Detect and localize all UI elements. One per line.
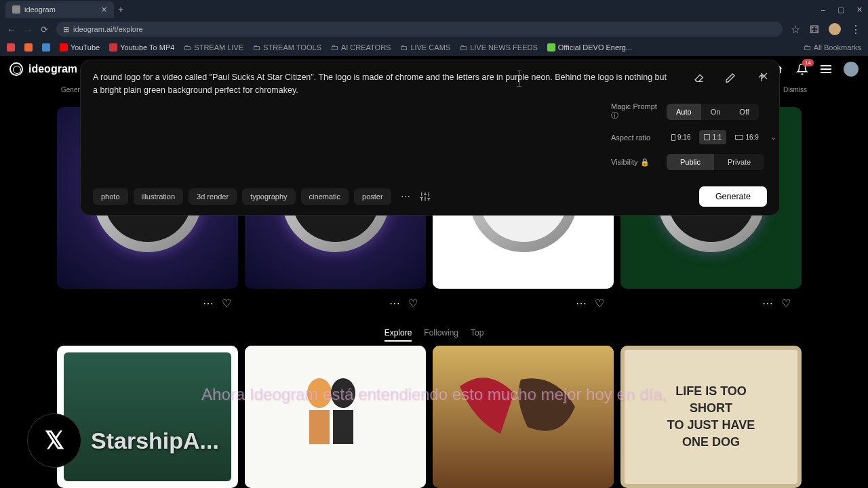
logo-icon[interactable] (9, 62, 23, 76)
close-panel-icon[interactable]: ✕ (760, 70, 768, 83)
forward-button[interactable]: → (24, 24, 33, 35)
close-window-button[interactable]: ✕ (856, 5, 863, 14)
aspect-ratio-label: Aspect ratio (611, 134, 660, 142)
bookmark-item[interactable] (24, 43, 33, 52)
bookmark-folder[interactable]: 🗀 STREAM TOOLS (253, 43, 321, 52)
extensions-icon[interactable]: ⚃ (810, 23, 819, 36)
bookmark-folder[interactable]: 🗀 LIVE CAMS (400, 43, 450, 52)
feed-tabs: Explore Following Top (0, 328, 868, 342)
style-tag[interactable]: 3d render (189, 188, 237, 205)
bookmark-star-icon[interactable]: ☆ (791, 23, 800, 36)
notification-badge: 14 (802, 59, 814, 66)
bookmark-folder[interactable]: 🗀 STREAM LIVE (184, 43, 243, 52)
svg-rect-4 (333, 410, 353, 444)
bookmarks-bar: YouTube Youtube To MP4 🗀 STREAM LIVE 🗀 S… (0, 39, 868, 56)
user-avatar[interactable] (844, 62, 859, 77)
generation-settings: Magic Prompt ⓘ Auto On Off Aspect ratio … (611, 102, 779, 170)
maximize-button[interactable]: ▢ (837, 5, 844, 14)
style-tag[interactable]: photo (93, 188, 128, 205)
bookmark-item[interactable]: YouTube (60, 43, 100, 52)
visibility-private[interactable]: Private (714, 154, 764, 170)
style-tag[interactable]: poster (354, 188, 391, 205)
url-text: ideogram.ai/t/explore (73, 25, 143, 33)
visibility-label: Visibility 🔒 (611, 158, 660, 167)
aspect-more-icon[interactable]: ⌄ (768, 133, 779, 142)
edit-icon[interactable] (725, 73, 736, 83)
magic-prompt-on[interactable]: On (701, 104, 730, 120)
new-tab-button[interactable]: + (118, 4, 123, 15)
card-actions-row: ⋯♡ ⋯♡ ⋯♡ ⋯♡ (57, 297, 803, 310)
dismiss-link[interactable]: Dismiss (783, 86, 807, 94)
profile-avatar[interactable] (829, 23, 841, 35)
tab-explore[interactable]: Explore (384, 328, 412, 342)
tab-title: ideogram (24, 5, 56, 14)
tab-following[interactable]: Following (424, 328, 458, 342)
style-tag[interactable]: typography (242, 188, 295, 205)
aspect-16-9[interactable]: 16:9 (730, 130, 763, 144)
prompt-panel: ✕ A round logo for a video called "Paul … (80, 60, 780, 216)
bookmark-item[interactable] (42, 43, 50, 52)
magic-prompt-auto[interactable]: Auto (667, 104, 701, 120)
visibility-toggle: Public Private (667, 154, 764, 170)
magic-prompt-label: Magic Prompt ⓘ (611, 102, 660, 121)
style-tags-row: photo illustration 3d render typography … (93, 186, 767, 207)
prompt-textarea[interactable]: A round logo for a video called "Paul Su… (93, 71, 680, 97)
reload-button[interactable]: ⟳ (41, 24, 48, 35)
window-controls: – ▢ ✕ (821, 5, 863, 14)
like-icon[interactable]: ♡ (222, 297, 231, 310)
address-bar: ← → ⟳ ⊞ ideogram.ai/t/explore ☆ ⚃ ⋮ (0, 19, 868, 39)
like-icon[interactable]: ♡ (595, 297, 604, 310)
svg-point-1 (307, 378, 332, 408)
tab-close-icon[interactable]: ✕ (101, 5, 107, 14)
generate-button[interactable]: Generate (699, 186, 767, 207)
bookmark-item[interactable]: Official DEVO Energ... (547, 43, 632, 52)
more-tags-icon[interactable]: ⋯ (397, 191, 414, 202)
watermark: 𝕏 StarshipA... (27, 413, 219, 468)
svg-rect-3 (309, 410, 330, 444)
explore-card[interactable] (245, 346, 426, 488)
aspect-ratio-selector: 9:16 1:1 16:9 ⌄ (667, 130, 779, 144)
magic-prompt-toggle: Auto On Off (667, 104, 759, 120)
bookmark-item[interactable]: Youtube To MP4 (109, 43, 174, 52)
eraser-icon[interactable] (694, 73, 705, 83)
style-tag[interactable]: illustration (134, 188, 184, 205)
style-tag[interactable]: cinematic (301, 188, 349, 205)
watermark-icon: 𝕏 (27, 413, 81, 468)
card-menu-icon[interactable]: ⋯ (389, 297, 400, 310)
aspect-9-16[interactable]: 9:16 (667, 130, 695, 144)
bookmark-folder[interactable]: 🗀 LIVE NEWS FEEDS (460, 43, 538, 52)
like-icon[interactable]: ♡ (781, 297, 791, 310)
visibility-public[interactable]: Public (667, 154, 714, 170)
tune-icon[interactable] (420, 191, 431, 202)
explore-card[interactable]: LIFE IS TOO SHORT TO JUST HAVE ONE DOG (620, 346, 802, 488)
notifications-icon[interactable]: 14 (796, 63, 808, 75)
menu-icon[interactable] (821, 65, 831, 73)
minimize-button[interactable]: – (821, 5, 825, 14)
like-icon[interactable]: ♡ (408, 297, 418, 310)
logo-text[interactable]: ideogram (28, 63, 77, 75)
card-menu-icon[interactable]: ⋯ (576, 297, 587, 310)
text-cursor-icon: ┬┴ (517, 68, 521, 89)
browser-menu-icon[interactable]: ⋮ (850, 23, 861, 36)
browser-tab[interactable]: ideogram ✕ (5, 1, 114, 18)
card-menu-icon[interactable]: ⋯ (203, 297, 214, 310)
all-bookmarks-button[interactable]: 🗀 All Bookmarks (804, 43, 861, 52)
explore-card[interactable] (433, 346, 614, 488)
card-text: LIFE IS TOO SHORT TO JUST HAVE ONE DOG (660, 376, 762, 458)
url-field[interactable]: ⊞ ideogram.ai/t/explore (56, 22, 783, 37)
back-button[interactable]: ← (7, 24, 16, 35)
bookmark-item[interactable] (7, 43, 15, 52)
tab-top[interactable]: Top (471, 328, 484, 342)
browser-titlebar: ideogram ✕ + – ▢ ✕ (0, 0, 868, 19)
site-info-icon[interactable]: ⊞ (63, 25, 69, 34)
bookmark-folder[interactable]: 🗀 AI CREATORS (331, 43, 391, 52)
aspect-1-1[interactable]: 1:1 (699, 130, 726, 144)
card-menu-icon[interactable]: ⋯ (762, 297, 773, 310)
svg-point-2 (331, 378, 355, 408)
watermark-text: StarshipA... (91, 428, 219, 454)
magic-prompt-off[interactable]: Off (730, 104, 758, 120)
tab-favicon (12, 5, 20, 14)
